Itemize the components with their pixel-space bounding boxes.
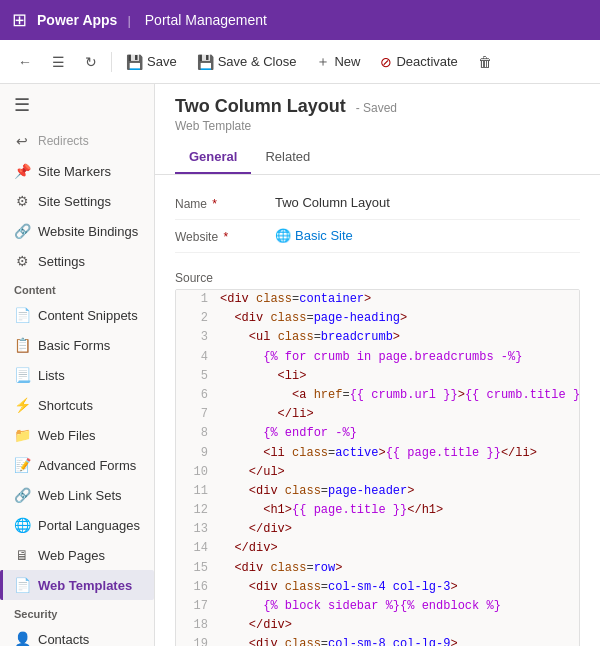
sidebar-item-advanced-forms[interactable]: 📝 Advanced Forms	[0, 450, 154, 480]
line-number: 3	[184, 328, 208, 347]
content-section-header: Content	[0, 276, 154, 300]
portal-languages-icon: 🌐	[14, 517, 30, 533]
code-line: 6 <a href={{ crumb.url }}>{{ crumb.title…	[176, 386, 579, 405]
tab-general[interactable]: General	[175, 141, 251, 174]
code-text: <li class=active>{{ page.title }}</li>	[220, 444, 537, 463]
line-number: 17	[184, 597, 208, 616]
code-text: <div class=col-sm-4 col-lg-3>	[220, 578, 458, 597]
deactivate-icon: ⊘	[380, 54, 392, 70]
web-files-icon: 📁	[14, 427, 30, 443]
content-area: Two Column Layout - Saved Web Template G…	[155, 84, 600, 646]
sidebar-item-portal-languages[interactable]: 🌐 Portal Languages	[0, 510, 154, 540]
basic-forms-icon: 📋	[14, 337, 30, 353]
separator-1	[111, 52, 112, 72]
code-line: 11 <div class=page-header>	[176, 482, 579, 501]
form-view-button[interactable]: ☰	[44, 50, 73, 74]
sidebar: ☰ ↩ Redirects 📌 Site Markers ⚙ Site Sett…	[0, 84, 155, 646]
code-line: 12 <h1>{{ page.title }}</h1>	[176, 501, 579, 520]
line-number: 7	[184, 405, 208, 424]
page-title: Two Column Layout	[175, 96, 346, 117]
sidebar-toggle[interactable]: ☰	[0, 84, 154, 126]
name-field-row: Name * Two Column Layout	[175, 187, 580, 220]
code-line: 8 {% endfor -%}	[176, 424, 579, 443]
grid-icon[interactable]: ⊞	[12, 9, 27, 31]
code-text: <a href={{ crumb.url }}>{{ crumb.title }…	[220, 386, 580, 405]
back-button[interactable]: ←	[10, 50, 40, 74]
settings-icon: ⚙	[14, 253, 30, 269]
lists-icon: 📃	[14, 367, 30, 383]
code-text: <div class=col-sm-8 col-lg-9>	[220, 635, 458, 646]
sidebar-item-basic-forms[interactable]: 📋 Basic Forms	[0, 330, 154, 360]
code-line: 9 <li class=active>{{ page.title }}</li>	[176, 444, 579, 463]
delete-button[interactable]: 🗑	[470, 50, 500, 74]
code-text: <li>	[220, 367, 306, 386]
redirect-icon: ↩	[14, 133, 30, 149]
code-line: 4 {% for crumb in page.breadcrumbs -%}	[176, 348, 579, 367]
sidebar-item-web-link-sets[interactable]: 🔗 Web Link Sets	[0, 480, 154, 510]
sidebar-item-site-markers[interactable]: 📌 Site Markers	[0, 156, 154, 186]
sidebar-item-website-bindings[interactable]: 🔗 Website Bindings	[0, 216, 154, 246]
form-body: Name * Two Column Layout Website * 🌐Basi…	[155, 175, 600, 265]
code-line: 3 <ul class=breadcrumb>	[176, 328, 579, 347]
refresh-icon: ↻	[85, 54, 97, 70]
code-text: <div class=page-heading>	[220, 309, 407, 328]
command-bar: ← ☰ ↻ 💾 Save 💾 Save & Close ＋ New ⊘ Deac…	[0, 40, 600, 84]
code-text: {% for crumb in page.breadcrumbs -%}	[220, 348, 522, 367]
line-number: 19	[184, 635, 208, 646]
code-text: {% block sidebar %}{% endblock %}	[220, 597, 501, 616]
code-text: <ul class=breadcrumb>	[220, 328, 400, 347]
website-bindings-icon: 🔗	[14, 223, 30, 239]
code-line: 17 {% block sidebar %}{% endblock %}	[176, 597, 579, 616]
sidebar-item-redirects[interactable]: ↩ Redirects	[0, 126, 154, 156]
code-line: 19 <div class=col-sm-8 col-lg-9>	[176, 635, 579, 646]
shortcuts-icon: ⚡	[14, 397, 30, 413]
new-icon: ＋	[316, 53, 330, 71]
line-number: 8	[184, 424, 208, 443]
sidebar-item-lists[interactable]: 📃 Lists	[0, 360, 154, 390]
globe-icon: 🌐	[275, 228, 291, 243]
name-label: Name *	[175, 195, 275, 211]
sidebar-item-web-templates[interactable]: 📄 Web Templates	[0, 570, 154, 600]
delete-icon: 🗑	[478, 54, 492, 70]
content-snippets-icon: 📄	[14, 307, 30, 323]
code-line: 7 </li>	[176, 405, 579, 424]
contacts-icon: 👤	[14, 631, 30, 646]
source-code-block[interactable]: 1<div class=container>2 <div class=page-…	[175, 289, 580, 646]
line-number: 15	[184, 559, 208, 578]
line-number: 18	[184, 616, 208, 635]
line-number: 5	[184, 367, 208, 386]
save-button[interactable]: 💾 Save	[118, 50, 185, 74]
sidebar-item-settings[interactable]: ⚙ Settings	[0, 246, 154, 276]
code-text: </div>	[220, 539, 278, 558]
code-line: 13 </div>	[176, 520, 579, 539]
code-line: 14 </div>	[176, 539, 579, 558]
code-line: 15 <div class=row>	[176, 559, 579, 578]
deactivate-button[interactable]: ⊘ Deactivate	[372, 50, 465, 74]
code-text: <div class=row>	[220, 559, 342, 578]
line-number: 16	[184, 578, 208, 597]
line-number: 12	[184, 501, 208, 520]
save-close-button[interactable]: 💾 Save & Close	[189, 50, 305, 74]
web-templates-icon: 📄	[14, 577, 30, 593]
code-line: 5 <li>	[176, 367, 579, 386]
line-number: 6	[184, 386, 208, 405]
line-number: 10	[184, 463, 208, 482]
sidebar-item-shortcuts[interactable]: ⚡ Shortcuts	[0, 390, 154, 420]
tab-related[interactable]: Related	[251, 141, 324, 174]
website-value[interactable]: 🌐Basic Site	[275, 228, 353, 243]
line-number: 2	[184, 309, 208, 328]
sidebar-item-contacts[interactable]: 👤 Contacts	[0, 624, 154, 646]
sidebar-item-web-files[interactable]: 📁 Web Files	[0, 420, 154, 450]
security-section-header: Security	[0, 600, 154, 624]
sidebar-item-web-pages[interactable]: 🖥 Web Pages	[0, 540, 154, 570]
new-button[interactable]: ＋ New	[308, 49, 368, 75]
code-line: 18 </div>	[176, 616, 579, 635]
web-link-sets-icon: 🔗	[14, 487, 30, 503]
line-number: 13	[184, 520, 208, 539]
sidebar-item-site-settings[interactable]: ⚙ Site Settings	[0, 186, 154, 216]
line-number: 9	[184, 444, 208, 463]
name-value: Two Column Layout	[275, 195, 390, 210]
code-line: 10 </ul>	[176, 463, 579, 482]
refresh-button[interactable]: ↻	[77, 50, 105, 74]
sidebar-item-content-snippets[interactable]: 📄 Content Snippets	[0, 300, 154, 330]
